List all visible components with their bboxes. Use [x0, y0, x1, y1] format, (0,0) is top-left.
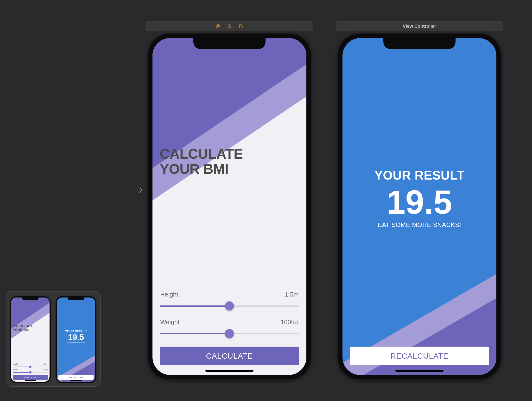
mini-title-1: CALCULATE	[13, 324, 48, 328]
mini-screen-calculate: CALCULATE YOUR BMI Height 1.5m Weight	[11, 298, 50, 382]
calculate-button-label: CALCULATE	[206, 352, 253, 361]
mini-height-value: 1.5m	[44, 363, 48, 365]
mini-result-advice: EAT SOME MORE SNACKS!	[67, 342, 85, 343]
calculate-button[interactable]: CALCULATE	[160, 347, 299, 365]
mini-screen-result: YOUR RESULT 19.5 EAT SOME MORE SNACKS! R…	[57, 298, 95, 382]
weight-slider-thumb[interactable]	[225, 329, 234, 338]
overview-panel[interactable]: CALCULATE YOUR BMI Height 1.5m Weight	[6, 291, 101, 387]
scene-header-left[interactable]	[146, 21, 313, 31]
mini-weight-slider	[13, 371, 48, 374]
height-label: Height	[160, 291, 178, 298]
cube-icon[interactable]	[227, 24, 232, 29]
stop-icon[interactable]	[215, 24, 221, 29]
height-slider-thumb[interactable]	[225, 301, 234, 310]
recalculate-button[interactable]: RECALCULATE	[350, 347, 489, 365]
mini-weight-label: Weight	[13, 369, 18, 370]
mini-phone-calculate[interactable]: CALCULATE YOUR BMI Height 1.5m Weight	[10, 296, 51, 383]
device-notch	[383, 38, 456, 49]
weight-value: 100Kg	[281, 318, 299, 326]
weight-slider[interactable]	[160, 329, 299, 338]
phone-calculate[interactable]: CALCULATE YOUR BMI Height 1.5m	[148, 33, 311, 380]
title-line-1: CALCULATE	[160, 146, 299, 162]
mini-height-slider	[13, 366, 48, 368]
result-value: 19.5	[387, 184, 452, 220]
height-value: 1.5m	[285, 291, 299, 298]
mini-height-label: Height	[13, 363, 18, 365]
home-indicator	[205, 370, 253, 372]
mini-calc-button-label: CALCULATE	[24, 376, 36, 379]
weight-label: Weight	[160, 318, 179, 326]
mini-recalc-button-label: RECALCULATE	[68, 376, 83, 379]
mini-title-2: YOUR BMI	[13, 328, 48, 332]
weight-slider-block: Weight 100Kg	[160, 317, 299, 338]
screen-calculate: CALCULATE YOUR BMI Height 1.5m	[152, 38, 306, 375]
result-advice: EAT SOME MORE SNACKS!	[378, 221, 461, 229]
result-title: YOUR RESULT	[374, 168, 464, 182]
mini-home-indicator	[25, 380, 36, 381]
title-line-2: YOUR BMI	[160, 162, 299, 177]
phone-result[interactable]: YOUR RESULT 19.5 EAT SOME MORE SNACKS! R…	[338, 33, 501, 380]
mini-calculate-button: CALCULATE	[13, 375, 48, 380]
segue-arrow	[106, 185, 147, 195]
mini-weight-value: 100Kg	[43, 369, 48, 370]
svg-rect-1	[217, 26, 219, 27]
mini-result-value: 19.5	[68, 333, 84, 342]
mini-recalculate-button: RECALCULATE	[58, 375, 94, 380]
height-slider[interactable]	[160, 301, 299, 311]
screen-result: YOUR RESULT 19.5 EAT SOME MORE SNACKS! R…	[342, 38, 496, 375]
mini-calc-title: CALCULATE YOUR BMI	[13, 324, 48, 332]
calculate-title: CALCULATE YOUR BMI	[160, 146, 299, 176]
home-indicator	[395, 370, 443, 372]
height-slider-block: Height 1.5m	[160, 289, 299, 311]
scene-header-right[interactable]: View Controller	[336, 21, 503, 31]
device-notch	[193, 38, 266, 49]
mini-notch	[22, 298, 38, 300]
mini-phone-result[interactable]: YOUR RESULT 19.5 EAT SOME MORE SNACKS! R…	[56, 296, 96, 383]
scene-title-right: View Controller	[403, 24, 436, 29]
mini-home-indicator	[70, 380, 82, 381]
storyboard-canvas[interactable]: View Controller CALCULATE YOUR BMI Heig	[0, 0, 532, 401]
recalculate-button-label: RECALCULATE	[390, 352, 449, 361]
mini-notch	[68, 298, 84, 300]
exit-icon[interactable]	[238, 24, 244, 29]
